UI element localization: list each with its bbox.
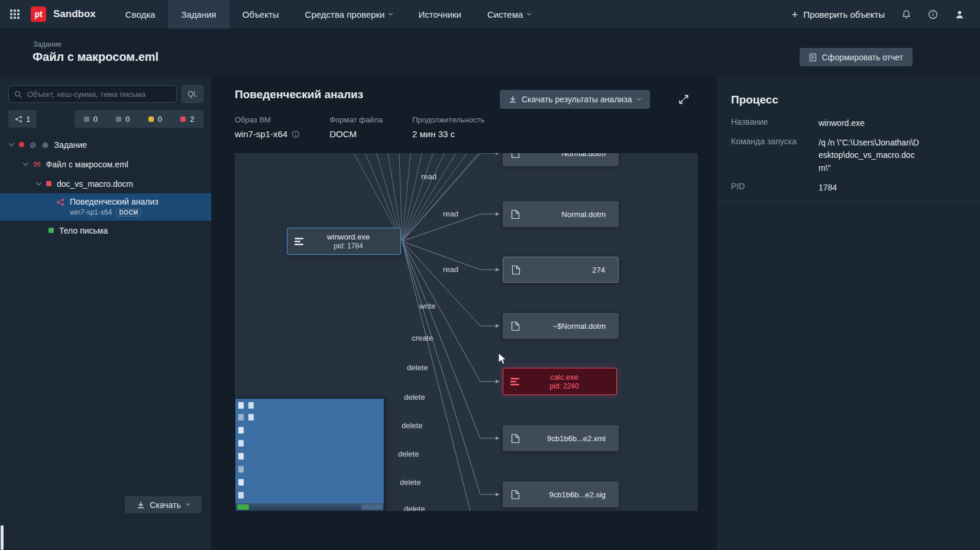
counter-suspicious: 0 [148, 115, 162, 124]
document-icon [809, 53, 817, 62]
topnav-right: + Проверить объекты [791, 9, 980, 20]
ban-circle-icon: ⊘ [30, 141, 37, 149]
info-circle-icon[interactable] [292, 130, 300, 138]
tree-sidebar: QL 1 0 0 0 2 ⊘ ⊗ Задание [0, 77, 211, 550]
nav-item-obekty[interactable]: Объекты [229, 0, 292, 28]
sidebar-scrollbar-thumb[interactable] [1, 525, 4, 550]
user-icon[interactable] [955, 9, 965, 20]
file-icon [512, 265, 520, 275]
malicious-square-icon [46, 181, 51, 186]
status-square-icon [84, 117, 89, 122]
behavior-graph-canvas[interactable]: read read read write create delete delet… [235, 153, 698, 511]
tree-item-task[interactable]: ⊘ ⊗ Задание [0, 135, 211, 154]
verdict-counters[interactable]: 0 0 0 2 [75, 110, 203, 128]
nav-item-istochniki[interactable]: Источники [405, 0, 474, 28]
vm-image-label: win7-sp1-x64 [70, 208, 112, 216]
hierarchy-icon [15, 115, 22, 123]
panel-divider [717, 202, 980, 202]
info-icon[interactable] [928, 9, 938, 20]
tree-view-toggle[interactable]: 1 [8, 110, 37, 128]
app-title: Sandbox [53, 8, 96, 20]
field-command: Команда запуска /q /n \"C:\Users\Jonatha… [731, 137, 966, 175]
ql-button[interactable]: QL [182, 85, 203, 103]
bell-icon[interactable] [901, 9, 911, 20]
status-square-icon [180, 117, 186, 122]
tree-item-eml[interactable]: ✉ Файл с макросом.eml [0, 154, 211, 174]
counter-unknown: 0 [84, 115, 98, 124]
edge-label: read [443, 265, 458, 274]
chevron-down-icon [23, 160, 29, 166]
start-button-icon [237, 504, 249, 510]
vm-taskbar [235, 503, 384, 511]
edge-label: create [412, 334, 433, 342]
chevron-down-icon [36, 180, 42, 186]
check-objects-button[interactable]: + Проверить объекты [791, 9, 885, 20]
edge-label: delete [402, 421, 422, 430]
tree-item-mail-body[interactable]: Тело письма [0, 221, 211, 240]
edge-label: delete [398, 449, 419, 458]
file-node[interactable]: 9cb1b6b...e2.sig [503, 481, 619, 507]
file-node[interactable]: 274 [503, 257, 619, 283]
process-fields: Название winword.exe Команда запуска /q … [731, 117, 966, 200]
file-icon [511, 209, 520, 219]
behavior-graph-icon [56, 198, 64, 206]
file-node[interactable]: ~$Normal.dotm [503, 313, 619, 339]
file-icon [511, 433, 520, 444]
section-title: Поведенческий анализ [235, 88, 363, 101]
pt-logo[interactable]: pt [31, 7, 46, 22]
top-nav: pt Sandbox Сводка Задания Объекты Средст… [0, 0, 980, 28]
process-node-winword[interactable]: winword.exe pid: 1784 [287, 228, 401, 255]
process-icon [295, 238, 303, 245]
nav-item-sistema[interactable]: Система [474, 0, 544, 28]
tree-item-behavior-analysis[interactable]: Поведенческий анализ win7-sp1-x64 DOCM [0, 193, 211, 221]
status-square-icon [116, 117, 121, 122]
edge-label: delete [407, 363, 428, 372]
search-box[interactable] [8, 85, 177, 103]
meta-duration: Продолжительность 2 мин 33 с [412, 115, 484, 139]
generate-report-button[interactable]: Сформировать отчет [800, 48, 913, 66]
app-grid-icon[interactable] [9, 9, 20, 20]
process-node-calc-malicious[interactable]: calc.exe pid: 2240 [503, 368, 617, 395]
circle-cross-icon: ⊗ [42, 141, 49, 149]
desktop-icon [238, 414, 244, 420]
desktop-icon [238, 440, 244, 447]
chevron-down-icon [186, 502, 190, 506]
field-name: Название winword.exe [731, 117, 966, 130]
download-icon [137, 502, 144, 509]
edge-label: read [421, 172, 436, 181]
search-input[interactable] [26, 89, 171, 99]
nav-item-zadaniya[interactable]: Задания [168, 0, 229, 28]
envelope-icon: ✉ [33, 160, 41, 169]
expand-icon [678, 94, 689, 105]
desktop-icon [238, 402, 244, 409]
file-node[interactable]: Normal.dotm [503, 201, 619, 227]
analysis-meta: Образ ВМ win7-sp1-x64 Формат файла DOCM … [235, 115, 484, 139]
process-icon [510, 378, 519, 386]
format-badge: DOCM [116, 209, 141, 216]
malicious-dot-icon [19, 142, 24, 147]
nav-item-sredstva[interactable]: Средства проверки [292, 0, 406, 28]
desktop-icon [248, 402, 254, 409]
file-node[interactable]: Normal.dotm [503, 153, 619, 166]
desktop-icon [238, 427, 244, 433]
desktop-icon [248, 414, 254, 420]
search-row: QL [8, 85, 203, 103]
download-button[interactable]: Скачать [125, 496, 202, 513]
fullscreen-button[interactable] [674, 90, 693, 109]
edge-label: delete [404, 393, 425, 402]
nav-item-svodka[interactable]: Сводка [112, 0, 169, 28]
file-node[interactable]: 9cb1b6b...e2.xml [503, 425, 619, 451]
chevron-down-icon [389, 11, 393, 15]
counter-clean: 0 [116, 115, 130, 124]
download-icon [509, 96, 516, 103]
desktop-icon [238, 492, 244, 499]
chevron-down-icon [637, 96, 641, 100]
edge-label: read [443, 209, 458, 218]
desktop-icon [238, 453, 244, 460]
download-results-button[interactable]: Скачать результаты анализа [500, 90, 650, 109]
file-icon [511, 490, 520, 500]
tree-item-docm[interactable]: doc_vs_macro.docm [0, 174, 211, 193]
chevron-down-icon [527, 11, 531, 15]
status-square-icon [148, 117, 154, 122]
vm-screenshot-thumbnail[interactable] [235, 398, 384, 511]
